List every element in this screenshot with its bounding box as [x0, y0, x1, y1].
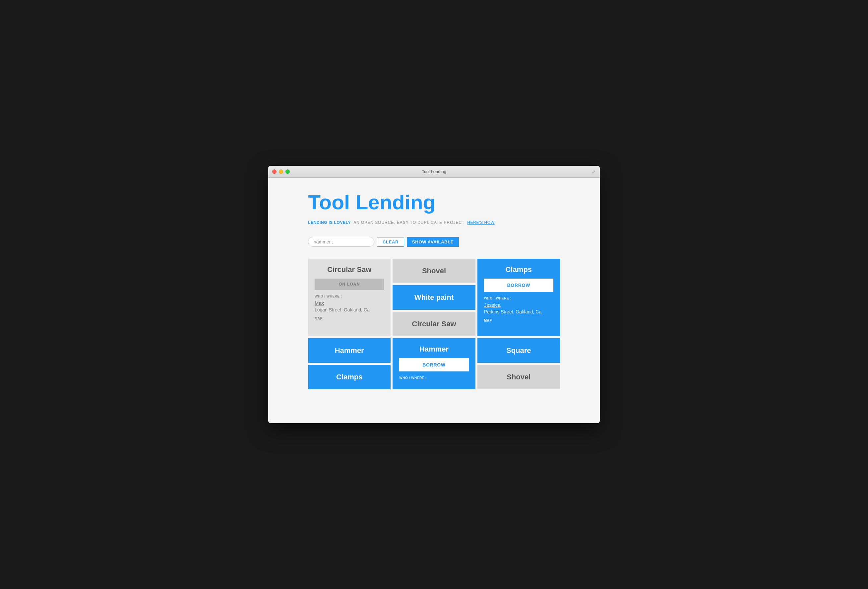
- expand-icon[interactable]: ⤢: [592, 169, 596, 174]
- main-content: Tool Lending LENDING IS LOVELY AN OPEN S…: [268, 178, 600, 423]
- card-title-clamps-left: Clamps: [314, 373, 384, 381]
- tools-grid: Circular Saw ON LOAN WHO / WHERE : Max L…: [308, 259, 560, 389]
- card-hammer-left[interactable]: Hammer: [308, 338, 391, 363]
- card-title-square: Square: [484, 346, 554, 355]
- search-input[interactable]: [308, 237, 374, 247]
- card-title-hammer-left: Hammer: [314, 346, 384, 355]
- borrower-name: Max: [314, 300, 384, 306]
- card-circular-saw: Circular Saw ON LOAN WHO / WHERE : Max L…: [308, 259, 391, 336]
- show-available-button[interactable]: SHOW AVAILABLE: [407, 237, 459, 247]
- col-middle-top: Shovel White paint Circular Saw: [393, 259, 475, 336]
- who-where-label: WHO / WHERE :: [314, 294, 384, 298]
- borrow-button-clamps[interactable]: BORROW: [484, 279, 554, 292]
- card-title-circular-saw: Circular Saw: [314, 265, 384, 274]
- subtitle-row: LENDING IS LOVELY AN OPEN SOURCE, EASY T…: [308, 220, 560, 225]
- clear-button[interactable]: CLEAR: [377, 237, 404, 247]
- card-clamps-left[interactable]: Clamps: [308, 365, 391, 389]
- who-where-label-clamps: WHO / WHERE :: [484, 297, 554, 300]
- on-loan-badge: ON LOAN: [314, 279, 384, 290]
- page-title: Tool Lending: [308, 191, 560, 214]
- traffic-lights: [272, 170, 290, 174]
- card-circular-saw-2: Circular Saw: [393, 312, 475, 336]
- borrower-name-clamps: Jessica: [484, 302, 554, 308]
- title-bar: Tool Lending ⤢: [268, 166, 600, 178]
- card-shovel: Shovel: [393, 259, 475, 283]
- map-link-clamps[interactable]: MAP: [484, 319, 492, 322]
- subtitle-bold: LENDING IS LOVELY: [308, 220, 351, 225]
- card-title-shovel: Shovel: [399, 267, 468, 275]
- borrower-address: Logan Street, Oakland, Ca: [314, 307, 384, 312]
- window-title: Tool Lending: [422, 169, 446, 174]
- who-where-label-hammer: WHO / WHERE :: [399, 376, 468, 380]
- subtitle-text: AN OPEN SOURCE, EASY TO DUPLICATE PROJEC…: [353, 220, 465, 225]
- borrow-button-hammer[interactable]: BORROW: [399, 358, 468, 372]
- card-white-paint[interactable]: White paint: [393, 285, 475, 310]
- search-row: CLEAR SHOW AVAILABLE: [308, 237, 560, 247]
- card-shovel-bottom: Shovel: [477, 365, 560, 389]
- col-right-bottom: Square Shovel: [477, 338, 560, 389]
- card-title-circular-saw-2: Circular Saw: [399, 320, 468, 328]
- card-title-shovel-bottom: Shovel: [484, 373, 554, 381]
- borrower-address-clamps: Perkins Street, Oakland, Ca: [484, 309, 554, 314]
- card-square[interactable]: Square: [477, 338, 560, 363]
- card-title-hammer-mid: Hammer: [399, 345, 468, 354]
- col-left-bottom: Hammer Clamps: [308, 338, 391, 389]
- card-hammer-mid: Hammer BORROW WHO / WHERE :: [393, 338, 475, 389]
- card-title-clamps: Clamps: [484, 265, 554, 274]
- heres-how-link[interactable]: HERE'S HOW: [467, 220, 495, 225]
- card-title-white-paint: White paint: [399, 293, 468, 302]
- close-button[interactable]: [272, 170, 276, 174]
- minimize-button[interactable]: [279, 170, 283, 174]
- maximize-button[interactable]: [285, 170, 290, 174]
- app-window: Tool Lending ⤢ Tool Lending LENDING IS L…: [268, 166, 600, 423]
- card-clamps: Clamps BORROW WHO / WHERE : Jessica Perk…: [477, 259, 560, 336]
- map-link[interactable]: MAP: [314, 317, 323, 320]
